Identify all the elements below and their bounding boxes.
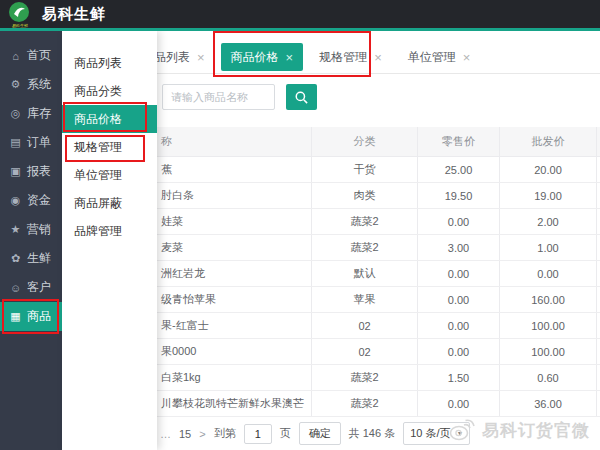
cell-product-name: 肘白条 — [157, 183, 312, 208]
confirm-button[interactable]: 确定 — [299, 422, 341, 445]
page-number-input[interactable] — [244, 424, 272, 444]
leaf-icon: ✿ — [9, 252, 22, 265]
tab-unit-management[interactable]: 单位管理 × — [398, 43, 481, 71]
sidebar-item-fresh[interactable]: ✿ 生鲜 — [0, 244, 62, 273]
cell-category: 02 — [312, 339, 418, 364]
cell-wholesale-price: 0.60 — [500, 365, 597, 390]
sidebar-item-orders[interactable]: ▤ 订单 — [0, 128, 62, 157]
table-row: 肘白条 肉类 19.50 19.00 — [157, 183, 600, 209]
cell-retail-price: 3.00 — [418, 235, 500, 260]
cell-retail-price: 0.00 — [418, 391, 500, 416]
cell-product-name: 蕉 — [157, 157, 312, 182]
column-header-retail-price: 零售价 — [418, 127, 500, 156]
inventory-icon: ◎ — [9, 107, 22, 120]
sidebar-item-customers[interactable]: ☺ 客户 — [0, 273, 62, 302]
close-icon[interactable]: × — [286, 51, 294, 64]
total-count-label: 共 146 条 — [349, 426, 395, 441]
cell-category: 02 — [312, 313, 418, 338]
table-header-row: 称 分类 零售价 批发价 — [157, 127, 600, 157]
sidebar-item-label: 客户 — [27, 279, 51, 296]
sidebar-item-label: 首页 — [27, 47, 51, 64]
sidebar-item-label: 商品 — [27, 308, 51, 325]
cell-category: 蔬菜2 — [312, 391, 418, 416]
product-price-table: 称 分类 零售价 批发价 蕉 干货 25.00 20.00 肘白条 肉类 19.… — [157, 127, 600, 417]
sidebar-item-label: 营销 — [27, 221, 51, 238]
cell-wholesale-price: 20.00 — [500, 157, 597, 182]
search-button[interactable] — [286, 84, 317, 110]
cell-wholesale-price: 36.00 — [500, 391, 597, 416]
cell-category: 蔬菜2 — [312, 209, 418, 234]
report-icon: ▣ — [9, 165, 22, 178]
cell-product-name: 洲红岩龙 — [157, 261, 312, 286]
table-row: 白菜1kg 蔬菜2 1.50 0.60 — [157, 365, 600, 391]
home-icon: ⌂ — [9, 50, 22, 62]
cell-category: 默认 — [312, 261, 418, 286]
cell-wholesale-price: 100.00 — [500, 339, 597, 364]
cell-category: 肉类 — [312, 183, 418, 208]
cell-product-name: 果-红富士 — [157, 313, 312, 338]
page-button-15[interactable]: 15 — [179, 428, 191, 440]
column-header-category: 分类 — [312, 127, 418, 156]
submenu-item-unit-management[interactable]: 单位管理 — [62, 161, 157, 189]
submenu-item-product-block[interactable]: 商品屏蔽 — [62, 189, 157, 217]
sidebar-item-products[interactable]: ▦ 商品 — [0, 302, 62, 331]
sidebar-item-label: 生鲜 — [27, 250, 51, 267]
close-icon[interactable]: × — [463, 51, 471, 64]
cell-retail-price: 0.00 — [418, 313, 500, 338]
next-page-icon[interactable]: > — [199, 428, 205, 440]
search-input[interactable] — [162, 84, 275, 110]
cell-product-name: 果0000 — [157, 339, 312, 364]
table-row: 果-红富士 02 0.00 100.00 — [157, 313, 600, 339]
close-icon[interactable]: × — [197, 51, 205, 64]
sidebar-item-system[interactable]: ⚙ 系统 — [0, 70, 62, 99]
cell-wholesale-price: 160.00 — [500, 287, 597, 312]
cell-product-name: 白菜1kg — [157, 365, 312, 390]
submenu-item-product-list[interactable]: 商品列表 — [62, 49, 157, 77]
tab-product-price[interactable]: 商品价格 × — [221, 43, 304, 71]
submenu-item-brand-management[interactable]: 品牌管理 — [62, 217, 157, 245]
cell-product-name: 川攀枝花凯特芒新鲜水果澳芒 — [157, 391, 312, 416]
tab-spec-management[interactable]: 规格管理 × — [309, 43, 392, 71]
cell-wholesale-price: 1.00 — [500, 235, 597, 260]
sidebar-item-marketing[interactable]: ★ 营销 — [0, 215, 62, 244]
person-icon: ☺ — [9, 282, 22, 294]
app-title: 易科生鲜 — [42, 5, 106, 24]
sidebar-item-label: 资金 — [27, 192, 51, 209]
cell-wholesale-price: 19.00 — [500, 183, 597, 208]
submenu-item-product-category[interactable]: 商品分类 — [62, 77, 157, 105]
gear-icon: ⚙ — [9, 78, 22, 91]
tab-label: 单位管理 — [408, 49, 456, 66]
submenu-item-spec-management[interactable]: 规格管理 — [62, 133, 157, 161]
table-row: 川攀枝花凯特芒新鲜水果澳芒 蔬菜2 0.00 36.00 — [157, 391, 600, 417]
table-row: 麦菜 蔬菜2 3.00 1.00 — [157, 235, 600, 261]
watermark-text: 易科订货官微 — [482, 419, 590, 442]
table-row: 洲红岩龙 默认 0.00 0.00 — [157, 261, 600, 287]
tab-label: 商品价格 — [231, 49, 279, 66]
accent-divider — [0, 28, 600, 31]
submenu-item-product-price[interactable]: 商品价格 — [62, 105, 157, 133]
funds-icon: ◉ — [9, 194, 22, 207]
app-logo-icon — [8, 1, 30, 23]
cell-retail-price: 19.50 — [418, 183, 500, 208]
cell-wholesale-price: 2.00 — [500, 209, 597, 234]
cell-product-name: 娃菜 — [157, 209, 312, 234]
cell-category: 干货 — [312, 157, 418, 182]
search-icon — [294, 90, 309, 105]
close-icon[interactable]: × — [374, 51, 382, 64]
page-size-value: 10 条/页 — [410, 426, 450, 441]
pagination-ellipsis: … — [160, 428, 171, 440]
sidebar-item-reports[interactable]: ▣ 报表 — [0, 157, 62, 186]
cell-retail-price: 0.00 — [418, 261, 500, 286]
sidebar-item-funds[interactable]: ◉ 资金 — [0, 186, 62, 215]
sidebar-item-inventory[interactable]: ◎ 库存 — [0, 99, 62, 128]
products-submenu-panel: 商品列表 商品分类 商品价格 规格管理 单位管理 商品屏蔽 品牌管理 — [62, 31, 157, 450]
goto-page-label: 到第 — [214, 426, 236, 441]
sidebar-item-label: 订单 — [27, 134, 51, 151]
cell-category: 蔬菜2 — [312, 365, 418, 390]
table-row: 蕉 干货 25.00 20.00 — [157, 157, 600, 183]
table-row: 娃菜 蔬菜2 0.00 2.00 — [157, 209, 600, 235]
cell-wholesale-price: 100.00 — [500, 313, 597, 338]
sidebar-item-home[interactable]: ⌂ 首页 — [0, 41, 62, 70]
cell-retail-price: 1.50 — [418, 365, 500, 390]
weibo-icon — [448, 418, 476, 442]
